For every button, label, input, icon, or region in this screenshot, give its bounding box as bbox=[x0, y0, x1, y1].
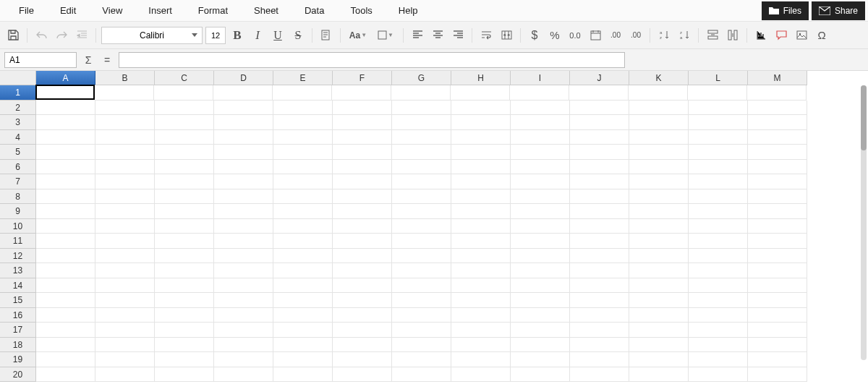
cell-E20[interactable] bbox=[273, 367, 333, 383]
cell-K8[interactable] bbox=[629, 189, 689, 205]
cell-A14[interactable] bbox=[36, 278, 95, 294]
cell-L10[interactable] bbox=[689, 219, 748, 234]
cell-I4[interactable] bbox=[511, 130, 570, 145]
row-header-2[interactable]: 2 bbox=[0, 101, 36, 116]
cell-K10[interactable] bbox=[629, 219, 689, 234]
menu-insert[interactable]: Insert bbox=[135, 0, 185, 22]
cell-I7[interactable] bbox=[511, 174, 570, 189]
background-color-button[interactable]: ▼ bbox=[373, 27, 398, 44]
cell-B2[interactable] bbox=[95, 101, 155, 116]
cell-B4[interactable] bbox=[95, 130, 155, 145]
function-wizard-button[interactable]: Σ bbox=[81, 54, 95, 66]
cell-F15[interactable] bbox=[333, 293, 392, 308]
cell-A10[interactable] bbox=[36, 219, 95, 234]
cell-F20[interactable] bbox=[333, 367, 392, 383]
cell-D11[interactable] bbox=[214, 234, 273, 249]
cell-I14[interactable] bbox=[511, 278, 570, 294]
cell-G9[interactable] bbox=[392, 204, 451, 219]
files-button[interactable]: Files bbox=[762, 1, 809, 20]
cell-H3[interactable] bbox=[451, 115, 511, 130]
cell-A7[interactable] bbox=[36, 174, 95, 189]
insert-symbol-button[interactable]: Ω bbox=[813, 27, 830, 44]
cell-H2[interactable] bbox=[451, 101, 511, 116]
row-header-16[interactable]: 16 bbox=[0, 308, 36, 323]
cell-F12[interactable] bbox=[333, 249, 392, 264]
bold-button[interactable]: B bbox=[229, 27, 246, 44]
row-header-4[interactable]: 4 bbox=[0, 130, 36, 145]
cell-D15[interactable] bbox=[214, 293, 273, 308]
cell-A17[interactable] bbox=[36, 323, 95, 338]
column-header-L[interactable]: L bbox=[689, 71, 748, 85]
cell-J9[interactable] bbox=[570, 204, 629, 219]
cell-M3[interactable] bbox=[748, 115, 807, 130]
cell-B17[interactable] bbox=[95, 323, 155, 338]
cell-M16[interactable] bbox=[748, 308, 807, 323]
cell-G1[interactable] bbox=[391, 85, 451, 101]
cell-H10[interactable] bbox=[451, 219, 511, 234]
cell-K7[interactable] bbox=[629, 174, 689, 189]
cell-H20[interactable] bbox=[451, 367, 511, 383]
cell-K20[interactable] bbox=[629, 367, 689, 383]
cell-B11[interactable] bbox=[95, 234, 155, 249]
cell-D20[interactable] bbox=[214, 367, 273, 383]
cell-J14[interactable] bbox=[570, 278, 629, 294]
formula-input[interactable] bbox=[119, 52, 625, 68]
decrease-indent-button[interactable] bbox=[73, 27, 90, 44]
cell-F13[interactable] bbox=[333, 263, 392, 278]
cell-E17[interactable] bbox=[273, 323, 333, 338]
cell-C8[interactable] bbox=[155, 189, 214, 205]
cell-I1[interactable] bbox=[510, 85, 569, 101]
cell-G12[interactable] bbox=[392, 249, 451, 264]
cell-M15[interactable] bbox=[748, 293, 807, 308]
cell-E2[interactable] bbox=[273, 101, 333, 116]
cell-H16[interactable] bbox=[451, 308, 511, 323]
cell-C7[interactable] bbox=[155, 174, 214, 189]
cell-L8[interactable] bbox=[689, 189, 748, 205]
cell-C14[interactable] bbox=[155, 278, 214, 294]
clear-formatting-button[interactable] bbox=[318, 27, 335, 44]
cell-I18[interactable] bbox=[511, 338, 570, 353]
cell-B19[interactable] bbox=[95, 352, 155, 367]
cell-E6[interactable] bbox=[273, 160, 333, 175]
cell-J15[interactable] bbox=[570, 293, 629, 308]
font-size-combo[interactable]: 12 bbox=[205, 27, 226, 44]
scrollbar-thumb[interactable] bbox=[861, 85, 867, 150]
menu-help[interactable]: Help bbox=[386, 0, 431, 22]
cell-M19[interactable] bbox=[748, 352, 807, 367]
cell-H19[interactable] bbox=[451, 352, 511, 367]
column-header-D[interactable]: D bbox=[214, 71, 273, 85]
cell-L12[interactable] bbox=[689, 249, 748, 264]
cell-I3[interactable] bbox=[511, 115, 570, 130]
cell-E10[interactable] bbox=[273, 219, 333, 234]
cell-K9[interactable] bbox=[629, 204, 689, 219]
merge-cells-button[interactable] bbox=[498, 27, 515, 44]
cells-area[interactable] bbox=[36, 85, 868, 384]
cell-C15[interactable] bbox=[155, 293, 214, 308]
cell-M14[interactable] bbox=[748, 278, 807, 294]
cell-L9[interactable] bbox=[689, 204, 748, 219]
cell-C5[interactable] bbox=[155, 145, 214, 160]
cell-L5[interactable] bbox=[689, 145, 748, 160]
cell-D8[interactable] bbox=[214, 189, 273, 205]
cell-L4[interactable] bbox=[689, 130, 748, 145]
share-button[interactable]: Share bbox=[812, 1, 865, 20]
cell-M17[interactable] bbox=[748, 323, 807, 338]
cell-I9[interactable] bbox=[511, 204, 570, 219]
cell-L7[interactable] bbox=[689, 174, 748, 189]
cell-F6[interactable] bbox=[333, 160, 392, 175]
cell-D6[interactable] bbox=[214, 160, 273, 175]
cell-H18[interactable] bbox=[451, 338, 511, 353]
cell-F19[interactable] bbox=[333, 352, 392, 367]
column-header-I[interactable]: I bbox=[511, 71, 570, 85]
cell-C11[interactable] bbox=[155, 234, 214, 249]
cell-L17[interactable] bbox=[689, 323, 748, 338]
cell-D12[interactable] bbox=[214, 249, 273, 264]
cell-J18[interactable] bbox=[570, 338, 629, 353]
row-header-13[interactable]: 13 bbox=[0, 263, 36, 278]
cell-K18[interactable] bbox=[629, 338, 689, 353]
cell-L3[interactable] bbox=[689, 115, 748, 130]
cell-E18[interactable] bbox=[273, 338, 333, 353]
cell-I15[interactable] bbox=[511, 293, 570, 308]
cell-K13[interactable] bbox=[629, 263, 689, 278]
cell-J8[interactable] bbox=[570, 189, 629, 205]
